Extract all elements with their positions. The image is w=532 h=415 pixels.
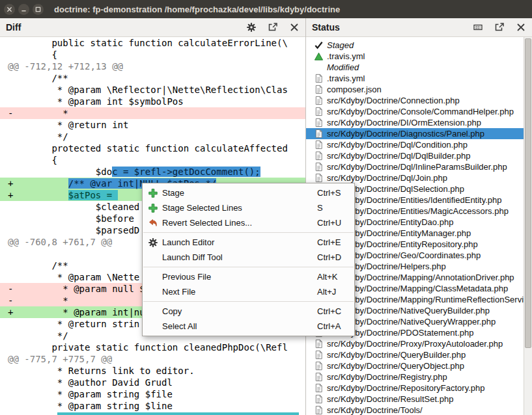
- status-file-row[interactable]: src/Kdyby/Doctrine/Dql/Condition.php: [306, 139, 524, 150]
- menu-item-shortcut: Ctrl+A: [317, 321, 341, 331]
- menu-item-label: Next File: [162, 287, 195, 297]
- status-file-row[interactable]: src/Kdyby/Doctrine/Diagnostics/Panel.php: [306, 128, 524, 139]
- menu-item-previous-file[interactable]: Previous FileAlt+K: [143, 269, 354, 284]
- spacer-icon: [148, 252, 158, 263]
- status-file-row[interactable]: .travis.yml: [306, 51, 524, 62]
- diff-line[interactable]: * @author David Grudl: [0, 377, 305, 388]
- minimize-window-button[interactable]: [18, 4, 29, 15]
- close-icon[interactable]: [516, 22, 526, 33]
- maximize-window-button[interactable]: [33, 4, 44, 15]
- file-label: src/Kdyby/Doctrine/Mapping/RuntimeReflec…: [327, 295, 524, 304]
- status-file-row[interactable]: src/Kdyby/Doctrine/Tools/: [306, 405, 524, 415]
- status-panel-header: Status: [306, 18, 532, 37]
- menu-item-stage[interactable]: StageCtrl+S: [143, 185, 354, 200]
- file-icon: [314, 361, 324, 371]
- diff-line[interactable]: {: [0, 154, 305, 166]
- diff-header-icons: [246, 22, 300, 33]
- file-icon: [314, 339, 324, 349]
- file-label: src/Kdyby/Doctrine/RepositoryFactory.php: [327, 383, 485, 393]
- diff-panel-title: Diff: [6, 22, 21, 33]
- status-section-modified[interactable]: Modified: [306, 62, 524, 73]
- file-label: src/Kdyby/Doctrine/QueryBuilder.php: [327, 350, 466, 360]
- status-file-row[interactable]: src/Kdyby/Doctrine/ResultSet.php: [306, 394, 524, 405]
- diff-line[interactable]: * @param string $file: [0, 388, 305, 400]
- menu-item-launch-diff-tool[interactable]: Launch Diff ToolCtrl+D: [143, 250, 354, 265]
- file-icon: [314, 129, 324, 139]
- file-label: src/Kdyby/Doctrine/Diagnostics/Panel.php: [327, 129, 484, 139]
- status-file-row[interactable]: src/Kdyby/Doctrine/QueryBuilder.php: [306, 349, 524, 360]
- diff-line[interactable]: * @param \Reflector|\Nette\Reflection\Cl…: [0, 84, 305, 96]
- diff-line[interactable]: /**: [0, 72, 305, 84]
- file-label: src/Kdyby/Doctrine/Registry.php: [327, 372, 447, 382]
- status-scrollbar[interactable]: [524, 37, 532, 415]
- diff-line[interactable]: public static function calculateErrorLin…: [0, 37, 305, 49]
- file-label: composer.json: [327, 85, 382, 94]
- menu-item-shortcut: Ctrl+S: [317, 188, 341, 198]
- diff-line[interactable]: $doc = $refl->getDocComment();: [0, 166, 305, 178]
- menu-item-label: Copy: [162, 306, 182, 316]
- file-icon: [314, 151, 324, 161]
- status-header-icons: [473, 22, 526, 33]
- status-file-row[interactable]: src/Kdyby/Doctrine/Dql/InlineParamsBuild…: [306, 161, 524, 172]
- file-label: src/Kdyby/Doctrine/ResultSet.php: [327, 394, 453, 404]
- diff-line[interactable]: {: [0, 49, 305, 60]
- window-title: doctrine: fp-demonstration /home/fprocha…: [54, 5, 340, 14]
- status-file-row[interactable]: src/Kdyby/Doctrine/RepositoryFactory.php: [306, 382, 524, 394]
- status-file-row[interactable]: src/Kdyby/Doctrine/Dql/Join.php: [306, 172, 524, 183]
- status-file-row[interactable]: src/Kdyby/Doctrine/QueryObject.php: [306, 360, 524, 371]
- status-file-row[interactable]: .travis.yml: [306, 73, 524, 84]
- diff-panel-header: Diff: [0, 18, 305, 37]
- diff-line[interactable]: */: [0, 131, 305, 142]
- dock-icon[interactable]: [473, 22, 483, 33]
- diff-line[interactable]: - *: [0, 107, 305, 119]
- status-file-row[interactable]: src/Kdyby/Doctrine/Connection.php: [306, 95, 524, 106]
- diff-line[interactable]: [0, 412, 305, 415]
- popout-icon[interactable]: [494, 22, 505, 33]
- file-icon: [314, 118, 324, 127]
- popout-icon[interactable]: [268, 22, 278, 33]
- spacer-icon: [148, 321, 158, 332]
- menu-item-copy[interactable]: CopyCtrl+C: [143, 304, 354, 319]
- status-file-row[interactable]: src/Kdyby/Doctrine/Proxy/ProxyAutoloader…: [306, 338, 524, 349]
- close-window-button[interactable]: [4, 4, 15, 15]
- file-label: src/Kdyby/Doctrine/Dql/Condition.php: [327, 140, 468, 150]
- diff-line[interactable]: @@ -712,12 +712,13 @@: [0, 60, 305, 72]
- menu-separator: [143, 267, 354, 267]
- file-label: .travis.yml: [327, 74, 365, 83]
- file-label: src/Kdyby/Doctrine/Proxy/ProxyAutoloader…: [327, 339, 503, 349]
- file-label: src/Kdyby/Doctrine/QueryObject.php: [327, 361, 464, 371]
- status-panel-title: Status: [312, 22, 340, 33]
- diff-line[interactable]: * @param string $line: [0, 400, 305, 412]
- menu-item-stage-selected-lines[interactable]: Stage Selected LinesS: [143, 200, 354, 215]
- revert-arrow-icon: [148, 218, 158, 228]
- app-window: doctrine: fp-demonstration /home/fprocha…: [0, 0, 532, 415]
- gear-icon[interactable]: [246, 22, 257, 33]
- diff-line[interactable]: * @param int $symbolPos: [0, 96, 305, 107]
- diff-line[interactable]: @@ -775,7 +775,7 @@: [0, 353, 305, 365]
- file-icon: [314, 162, 324, 172]
- file-label: src/Kdyby/Doctrine/Dql/DqlBuilder.php: [327, 151, 470, 161]
- diff-line[interactable]: * Returns link to editor.: [0, 365, 305, 377]
- status-section-staged[interactable]: Staged: [306, 40, 524, 51]
- menu-item-select-all[interactable]: Select AllCtrl+A: [143, 319, 354, 334]
- diff-line[interactable]: private static function cleanedPhpDoc(\R…: [0, 341, 305, 353]
- file-label: src/Kdyby/Doctrine/Mapping/AnnotationDri…: [327, 273, 514, 282]
- check-icon: [314, 40, 324, 50]
- menu-separator: [143, 232, 354, 233]
- diff-line[interactable]: * @return int: [0, 119, 305, 131]
- status-file-row[interactable]: composer.json: [306, 84, 524, 95]
- status-file-row[interactable]: src/Kdyby/Doctrine/Registry.php: [306, 371, 524, 382]
- file-icon: [314, 372, 324, 382]
- menu-item-revert-selected-lines[interactable]: Revert Selected Lines...Ctrl+U: [143, 215, 354, 230]
- staged-triangle-icon: [314, 51, 324, 61]
- menu-item-next-file[interactable]: Next FileAlt+J: [143, 284, 354, 299]
- status-file-row[interactable]: src/Kdyby/Doctrine/DI/OrmExtension.php: [306, 117, 524, 128]
- status-file-row[interactable]: src/Kdyby/Doctrine/Console/CommandHelper…: [306, 106, 524, 117]
- menu-item-launch-editor[interactable]: Launch EditorCtrl+E: [143, 235, 354, 250]
- menu-item-label: Revert Selected Lines...: [162, 218, 252, 228]
- status-file-row[interactable]: src/Kdyby/Doctrine/Dql/DqlBuilder.php: [306, 150, 524, 161]
- spacer-icon: [148, 306, 158, 317]
- diff-line[interactable]: protected static function calculateAffec…: [0, 142, 305, 154]
- status-scrollbar-thumb[interactable]: [525, 38, 531, 348]
- close-icon[interactable]: [289, 22, 300, 33]
